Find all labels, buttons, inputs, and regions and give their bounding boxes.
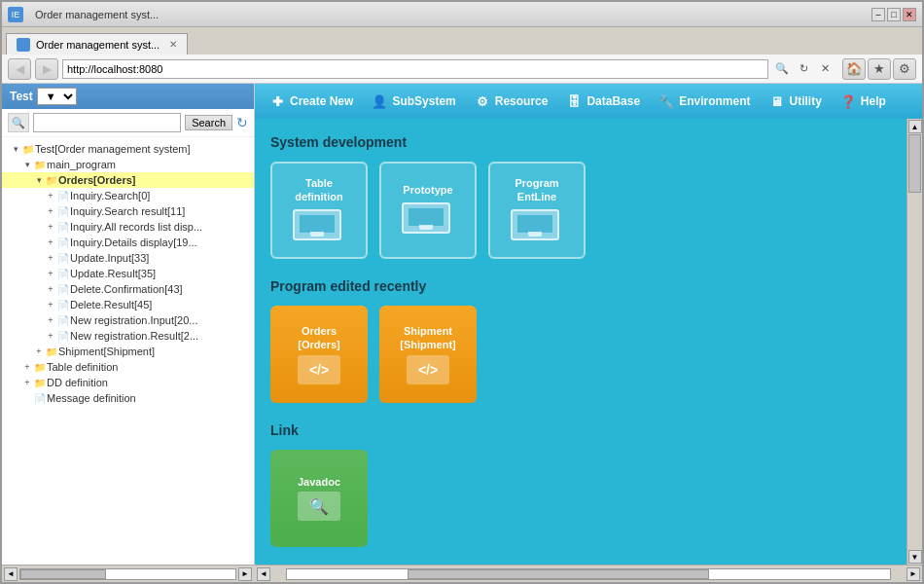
ui-expand[interactable]: + <box>45 252 56 264</box>
create-new-menu[interactable]: ✚ Create New <box>261 89 361 114</box>
ni-file-icon: 📄 <box>56 313 70 327</box>
tree-orders[interactable]: ▾ 📁 Orders[Orders] <box>2 172 254 188</box>
table-def-card[interactable]: Tabledefinition <box>270 162 368 259</box>
help-menu[interactable]: ❓ Help <box>832 89 894 114</box>
tree-update-result[interactable]: + 📄 Update.Result[35] <box>2 266 254 281</box>
sidebar-search-input[interactable] <box>33 113 181 132</box>
scroll-down-arrow[interactable]: ▼ <box>908 550 922 564</box>
sidebar-search-button[interactable]: Search <box>185 115 232 130</box>
ni-expand[interactable]: + <box>45 314 56 326</box>
sidebar-refresh-icon[interactable]: ↻ <box>236 115 248 130</box>
sh-expand[interactable]: + <box>33 346 45 357</box>
id-label: Inquiry.Details display[19... <box>70 237 197 248</box>
dr-label: Delete.Result[45] <box>70 299 152 310</box>
maximize-button[interactable]: □ <box>887 8 901 21</box>
tree-msg-def[interactable]: 📄 Message definition <box>2 390 254 406</box>
tree-shipment[interactable]: + 📁 Shipment[Shipment] <box>2 344 254 359</box>
close-button[interactable]: ✕ <box>903 8 916 21</box>
address-input[interactable] <box>62 59 768 79</box>
resource-label: Resource <box>495 94 549 108</box>
stop-addr-icon[interactable]: ✕ <box>815 59 835 79</box>
utility-menu[interactable]: 🖥 Utility <box>760 89 829 114</box>
forward-button[interactable]: ▶ <box>35 58 58 80</box>
is-expand[interactable]: + <box>45 190 56 201</box>
main-expand[interactable]: ▾ <box>21 159 33 170</box>
search-addr-icon[interactable]: 🔍 <box>772 59 792 79</box>
tree-delete-confirm[interactable]: + 📄 Delete.Confirmation[43] <box>2 281 254 297</box>
ia-label: Inquiry.All records list disp... <box>70 221 202 233</box>
ur-label: Update.Result[35] <box>70 268 156 279</box>
tree-inquiry-search[interactable]: + 📄 Inquiry.Search[0] <box>2 188 254 203</box>
td-expand[interactable]: + <box>21 361 33 373</box>
orders-recent-card[interactable]: Orders[Orders] </> <box>270 306 368 403</box>
refresh-addr-icon[interactable]: ↻ <box>794 59 813 79</box>
program-entline-card[interactable]: ProgramEntLine <box>488 162 586 259</box>
tree-main-program[interactable]: ▾ 📁 main_program <box>2 157 254 172</box>
ni-label: New registration.Input[20... <box>70 314 197 326</box>
resource-menu[interactable]: ⚙ Resource <box>466 89 556 114</box>
subsystem-menu[interactable]: 👤 SubSystem <box>363 89 463 114</box>
tree-inquiry-search-result[interactable]: + 📄 Inquiry.Search result[11] <box>2 203 254 219</box>
tree-inquiry-all[interactable]: + 📄 Inquiry.All records list disp... <box>2 219 254 235</box>
title-bar: IE Order management syst... – □ ✕ <box>2 2 922 27</box>
dd-expand[interactable]: + <box>21 377 33 388</box>
tree-newreg-input[interactable]: + 📄 New registration.Input[20... <box>2 312 254 328</box>
sidebar-dropdown[interactable]: ▼ <box>37 88 77 105</box>
program-entline-label: ProgramEntLine <box>515 176 558 204</box>
browser-frame: IE Order management syst... – □ ✕ Order … <box>0 0 924 584</box>
dc-expand[interactable]: + <box>45 283 56 295</box>
is-file-icon: 📄 <box>56 189 70 202</box>
database-menu[interactable]: 🗄 DataBase <box>557 89 648 114</box>
favorites-button[interactable]: ★ <box>868 58 891 80</box>
scroll-up-arrow[interactable]: ▲ <box>908 120 922 133</box>
tree-delete-result[interactable]: + 📄 Delete.Result[45] <box>2 297 254 312</box>
minimize-button[interactable]: – <box>871 8 885 21</box>
tree-root[interactable]: ▾ 📁 Test[Order management system] <box>2 141 254 157</box>
ia-file-icon: 📄 <box>56 220 70 234</box>
environment-menu[interactable]: 🔧 Environment <box>650 89 758 114</box>
id-expand[interactable]: + <box>45 237 56 248</box>
sidebar: Test ▼ 🔍 Search ↻ ▾ 📁 Test[Order managem… <box>2 84 255 582</box>
content-area: ✚ Create New 👤 SubSystem ⚙ Resource 🗄 Da… <box>255 84 922 582</box>
sh-label: Shipment[Shipment] <box>58 346 155 357</box>
root-label: Test[Order management system] <box>35 143 191 155</box>
orders-expand[interactable]: ▾ <box>33 174 45 186</box>
database-icon: 🗄 <box>565 92 583 110</box>
browser-tab[interactable]: Order management syst... ✕ <box>6 33 188 55</box>
back-button[interactable]: ◀ <box>8 58 31 80</box>
dc-file-icon: 📄 <box>56 282 70 296</box>
dashboard: System development Tabledefinition <box>255 119 906 565</box>
ia-expand[interactable]: + <box>45 221 56 233</box>
javadoc-card[interactable]: Javadoc 🔍 <box>270 450 368 547</box>
program-entline-icon <box>511 209 563 244</box>
scroll-right-arrow[interactable]: ► <box>238 567 252 581</box>
shipment-recent-card[interactable]: Shipment[Shipment] </> <box>379 306 477 403</box>
tab-close-button[interactable]: ✕ <box>169 39 177 50</box>
settings-button[interactable]: ⚙ <box>893 58 916 80</box>
home-button[interactable]: 🏠 <box>842 58 866 80</box>
h-scroll-left[interactable]: ◄ <box>257 567 270 581</box>
scroll-left-arrow[interactable]: ◄ <box>4 567 18 581</box>
tree-table-def[interactable]: + 📁 Table definition <box>2 359 254 375</box>
nr-expand[interactable]: + <box>45 330 56 342</box>
recently-section: Program edited recently Orders[Orders] <… <box>270 278 891 403</box>
ur-expand[interactable]: + <box>45 268 56 279</box>
dr-expand[interactable]: + <box>45 299 56 310</box>
orders-recent-label: Orders[Orders] <box>298 324 339 352</box>
main-folder-icon: 📁 <box>33 158 47 171</box>
recently-cards: Orders[Orders] </> Shipment[Shipment] </… <box>270 306 891 403</box>
address-icons: 🔍 ↻ ✕ <box>772 59 835 79</box>
tree-update-input[interactable]: + 📄 Update.Input[33] <box>2 250 254 266</box>
orders-folder-icon: 📁 <box>45 173 58 187</box>
scroll-thumb[interactable] <box>908 134 921 193</box>
tree-newreg-result[interactable]: + 📄 New registration.Result[2... <box>2 328 254 344</box>
h-scroll-right[interactable]: ► <box>906 567 920 581</box>
isr-expand[interactable]: + <box>45 205 56 217</box>
h-scrollbar-thumb[interactable] <box>408 569 709 579</box>
root-expand[interactable]: ▾ <box>10 143 21 155</box>
tree-inquiry-details[interactable]: + 📄 Inquiry.Details display[19... <box>2 235 254 250</box>
tree-dd-def[interactable]: + 📁 DD definition <box>2 375 254 390</box>
title-bar-left: IE Order management syst... <box>8 7 159 22</box>
prototype-card[interactable]: Prototype <box>379 162 477 259</box>
recently-title: Program edited recently <box>270 278 891 294</box>
